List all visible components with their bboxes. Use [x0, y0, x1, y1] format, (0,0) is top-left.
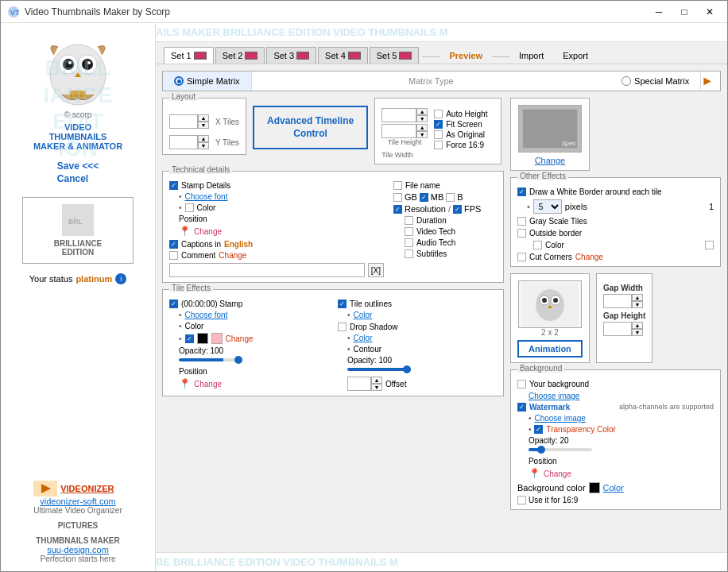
info-icon[interactable]: i [115, 273, 126, 284]
y-tiles-down[interactable]: ▼ [198, 142, 209, 149]
tab-set4[interactable]: Set 4 [318, 47, 368, 64]
tab-export[interactable]: Export [555, 48, 596, 64]
b-checkbox[interactable] [446, 193, 455, 202]
ds-color-link[interactable]: Color [353, 334, 372, 342]
simple-matrix-btn[interactable]: Simple Matrix [163, 72, 252, 91]
wm-choose-image-link[interactable]: Choose image [534, 414, 585, 423]
pixels-dropdown[interactable]: 5 [533, 199, 562, 214]
file-name-checkbox[interactable] [393, 181, 402, 190]
tab-set2[interactable]: Set 2 [215, 47, 265, 64]
offset-up[interactable]: ▲ [371, 377, 382, 384]
tab-preview[interactable]: Preview [441, 48, 490, 64]
tab-import[interactable]: Import [511, 48, 552, 64]
tab-set1[interactable]: Set 1 [164, 47, 214, 64]
bg-color-swatch[interactable] [589, 482, 600, 493]
x-tiles-up[interactable]: ▲ [198, 114, 209, 122]
gap-height-up[interactable]: ▲ [632, 322, 643, 329]
offset-spinner[interactable]: 3 ▲ ▼ [347, 377, 382, 391]
next-arrow-icon[interactable]: ► [701, 74, 714, 88]
close-button[interactable]: ✕ [699, 4, 721, 20]
wm-opacity-slider[interactable] [529, 448, 592, 451]
fit-screen-checkbox[interactable]: ✓ [434, 120, 443, 129]
tile-width-up[interactable]: ▲ [416, 108, 428, 115]
maximize-button[interactable]: □ [673, 4, 695, 20]
outside-border-checkbox[interactable] [517, 229, 526, 238]
stamp-checkbox[interactable]: ✓ [169, 300, 178, 308]
captions-checkbox[interactable]: ✓ [169, 240, 178, 249]
comment-checkbox[interactable] [169, 251, 178, 260]
cut-corners-checkbox[interactable] [517, 253, 526, 261]
use-16-9-checkbox[interactable] [517, 496, 526, 504]
tab-set3[interactable]: Set 3 [266, 47, 316, 64]
resolution-checkbox[interactable]: ✓ [393, 205, 402, 214]
te-contour-change-link[interactable]: Change [226, 334, 254, 343]
as-original-checkbox[interactable] [434, 130, 443, 139]
x-tiles-down[interactable]: ▼ [198, 122, 209, 129]
to-color-link[interactable]: Color [353, 311, 372, 319]
tile-height-input[interactable]: 240 [381, 124, 416, 138]
choose-image-link[interactable]: Choose image [529, 392, 579, 400]
thumbnail-change-button[interactable]: Change [535, 156, 566, 165]
gap-height-spinner[interactable]: 5 ▲ ▼ [603, 322, 645, 336]
outside-cb2[interactable] [705, 241, 714, 249]
video-tech-checkbox[interactable] [405, 227, 413, 236]
save-button[interactable]: Save <<< [57, 160, 99, 172]
mb-checkbox[interactable]: ✓ [420, 193, 428, 202]
tile-height-down[interactable]: ▼ [416, 131, 428, 138]
color-checkbox[interactable] [185, 203, 194, 212]
gap-width-input[interactable]: 5 [603, 294, 632, 308]
y-tiles-up[interactable]: ▲ [198, 135, 209, 142]
tile-height-up[interactable]: ▲ [416, 124, 428, 131]
wm-opacity-thumb[interactable] [537, 446, 545, 454]
preset-input[interactable]: Preset #1 [169, 263, 365, 277]
tile-width-spinner[interactable]: 320 ▲ ▼ [381, 108, 428, 122]
stamp-details-checkbox[interactable]: ✓ [169, 181, 178, 190]
tile-height-spinner[interactable]: 240 ▲ ▼ [381, 124, 428, 138]
videonizer-label[interactable]: VIDEONIZER [60, 484, 114, 493]
bg-color-link[interactable]: Color [603, 483, 624, 493]
x-tiles-input[interactable]: 5 [169, 114, 198, 129]
te-opacity-slider-thumb[interactable] [234, 356, 242, 364]
advanced-timeline-button[interactable]: Advanced TimelineControl [253, 106, 368, 149]
offset-down[interactable]: ▼ [371, 384, 382, 391]
your-bg-checkbox[interactable] [517, 380, 526, 388]
gap-height-down[interactable]: ▼ [632, 329, 643, 336]
choose-font-link[interactable]: Choose font [185, 192, 228, 201]
watermark-checkbox[interactable]: ✓ [517, 403, 526, 412]
tile-outlines-checkbox[interactable]: ✓ [338, 300, 347, 308]
subtitles-checkbox[interactable] [405, 249, 413, 258]
x-tiles-spinner[interactable]: 5 ▲ ▼ [169, 114, 209, 129]
videonizer-url[interactable]: videonizer-soft.com [33, 497, 122, 506]
ds-opacity-slider[interactable] [347, 368, 411, 371]
y-tiles-input[interactable]: 4 [169, 135, 198, 149]
gap-width-up[interactable]: ▲ [632, 294, 643, 301]
fps-checkbox[interactable]: ✓ [453, 205, 462, 214]
te-contour-checkbox[interactable]: ✓ [185, 334, 194, 343]
change1-link[interactable]: Change [194, 227, 222, 236]
gap-width-spinner[interactable]: 5 ▲ ▼ [603, 294, 645, 308]
pictures-url[interactable]: suu-design.com [33, 545, 122, 555]
tile-width-down[interactable]: ▼ [416, 115, 428, 122]
preset-x-button[interactable]: [X] [368, 263, 384, 277]
cut-corners-change-link[interactable]: Change [575, 253, 603, 261]
comment-change-link[interactable]: Change [219, 251, 246, 260]
offset-input[interactable]: 3 [347, 377, 371, 391]
tile-width-input[interactable]: 320 [381, 108, 416, 122]
auto-height-checkbox[interactable] [434, 110, 443, 118]
duration-checkbox[interactable] [405, 216, 413, 225]
force-16-9-checkbox[interactable] [434, 141, 443, 149]
audio-tech-checkbox[interactable] [405, 238, 413, 247]
cancel-button[interactable]: Cancel [57, 173, 99, 184]
gap-width-down[interactable]: ▼ [632, 301, 643, 308]
te-choose-font-link[interactable]: Choose font [185, 311, 228, 319]
wm-transparency-checkbox[interactable]: ✓ [534, 425, 543, 434]
special-matrix-btn[interactable]: Special Matrix [610, 72, 701, 91]
y-tiles-spinner[interactable]: 4 ▲ ▼ [169, 135, 209, 149]
drop-shadow-checkbox[interactable] [338, 323, 347, 331]
outside-color-checkbox[interactable] [533, 241, 542, 249]
tab-set5[interactable]: Set 5 [370, 47, 420, 64]
animation-button[interactable]: Animation [517, 340, 583, 358]
white-border-checkbox[interactable]: ✓ [517, 187, 526, 196]
gap-height-input[interactable]: 5 [603, 322, 632, 336]
wm-change-link[interactable]: Change [544, 470, 571, 478]
